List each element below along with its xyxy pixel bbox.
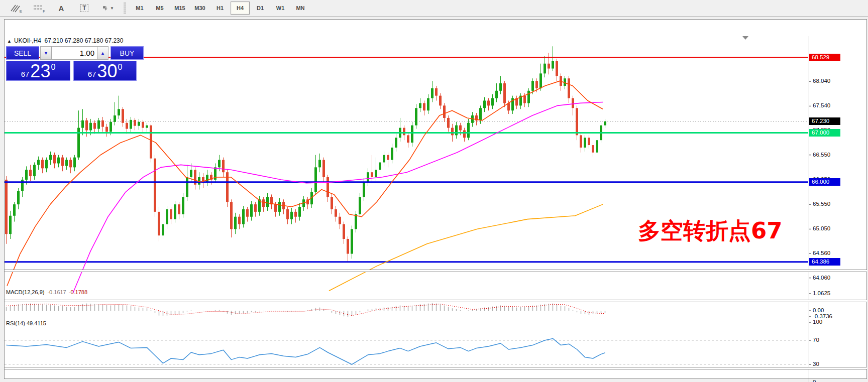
panel-separator-dates — [5, 367, 867, 369]
timeframe-button-m30[interactable]: M30 — [190, 2, 209, 15]
sell-price-small: 67 — [21, 70, 30, 78]
price-tick-label: 64.560 — [813, 250, 830, 256]
timeframe-button-mn[interactable]: MN — [291, 2, 310, 15]
price-tick-label: 65.050 — [813, 225, 830, 231]
timeframe-button-h1[interactable]: H1 — [210, 2, 230, 15]
panel-separator-rsi[interactable] — [5, 300, 867, 302]
sell-price-sup: 0 — [51, 63, 55, 72]
buy-price-sup: 0 — [118, 63, 122, 72]
symbol-period: UKOil-,H4 — [14, 37, 41, 44]
price-scale-divider — [809, 36, 809, 382]
macd-main-value: -0.1617 — [47, 289, 66, 295]
grid-icon[interactable]: F — [28, 2, 48, 15]
buy-price-display[interactable]: 67 30 0 — [73, 61, 137, 81]
one-click-trading-panel: SELL ▼ ▲ BUY 67 23 0 67 30 0 — [6, 46, 146, 81]
macd-scale-zero: 0.00 — [813, 307, 824, 313]
pencils-icon[interactable]: E — [5, 2, 25, 15]
rsi-scale-30: 30 — [813, 361, 819, 367]
chart-title: ▲UKOil-,H4 67.210 67.280 67.180 67.230 — [7, 37, 123, 44]
drawing-tools: E F A T ▼ — [5, 2, 118, 15]
buy-price-small: 67 — [88, 70, 96, 78]
price-badge-67.230: 67.230 — [809, 117, 840, 125]
timeframe-group: M1M5M15M30H1H4D1W1MN — [130, 2, 310, 15]
rsi-value: 49.4115 — [27, 320, 46, 326]
macd-label: MACD(12,26,9)-0.1617-0.1788 — [6, 289, 87, 295]
price-tick-label: 67.540 — [813, 102, 830, 108]
tool-sub-label: F — [43, 9, 45, 14]
timeframe-button-m5[interactable]: M5 — [150, 2, 169, 15]
macd-scale-max: 1.0625 — [813, 290, 830, 296]
rsi-scale-0: 0 — [813, 379, 816, 382]
rsi-name: RSI(14) — [6, 320, 25, 326]
toolbar: E F A T ▼ M — [0, 0, 868, 17]
volume-increase-button[interactable]: ▲ — [97, 46, 108, 60]
rsi-label: RSI(14) 49.4115 — [6, 320, 46, 326]
textbox-icon[interactable]: T — [74, 2, 94, 15]
mt4-terminal: E F A T ▼ M — [0, 0, 868, 382]
ohlc-quote: 67.210 67.280 67.180 67.230 — [45, 37, 124, 44]
timeframe-button-d1[interactable]: D1 — [251, 2, 270, 15]
macd-signal-value: -0.1788 — [69, 289, 87, 295]
sell-price-big: 23 — [30, 62, 50, 80]
tool-sub-label: E — [20, 9, 22, 14]
price-badge-66.000: 66.000 — [809, 178, 840, 186]
timeframe-button-h4[interactable]: H4 — [231, 2, 250, 15]
chevron-down-icon: ▼ — [110, 6, 114, 11]
price-tick-label: 64.060 — [813, 275, 830, 281]
timeframe-button-m1[interactable]: M1 — [130, 2, 149, 15]
buy-price-big: 30 — [97, 62, 117, 80]
chart-window: 多空转折点67 ▲UKOil-,H4 67.210 67.280 67.180 … — [0, 17, 868, 382]
timeframe-button-m15[interactable]: M15 — [170, 2, 189, 15]
collapse-triangle-icon[interactable]: ▲ — [7, 39, 12, 44]
price-tick-label: 68.040 — [813, 78, 830, 84]
buy-button[interactable]: BUY — [111, 46, 144, 60]
rsi-scale-70: 70 — [813, 337, 819, 343]
volume-decrease-button[interactable]: ▼ — [40, 46, 52, 60]
price-badge-68.529: 68.529 — [809, 54, 840, 61]
sell-price-display[interactable]: 67 23 0 — [6, 61, 70, 81]
price-badge-64.386: 64.386 — [809, 258, 840, 266]
macd-name: MACD(12,26,9) — [6, 289, 44, 295]
arrow-objects-icon[interactable]: ▼ — [97, 2, 118, 15]
price-tick-label: 65.550 — [813, 201, 830, 207]
timeframe-button-w1[interactable]: W1 — [271, 2, 290, 15]
sell-button[interactable]: SELL — [6, 46, 39, 60]
text-label-icon[interactable]: A — [51, 2, 71, 15]
rsi-scale-100: 100 — [813, 319, 822, 325]
toolbar-grip[interactable] — [124, 3, 126, 14]
price-badge-67.000: 67.000 — [809, 129, 840, 137]
panel-separator-macd[interactable] — [5, 270, 867, 272]
volume-input[interactable] — [52, 46, 97, 60]
price-tick-label: 66.550 — [813, 152, 830, 158]
